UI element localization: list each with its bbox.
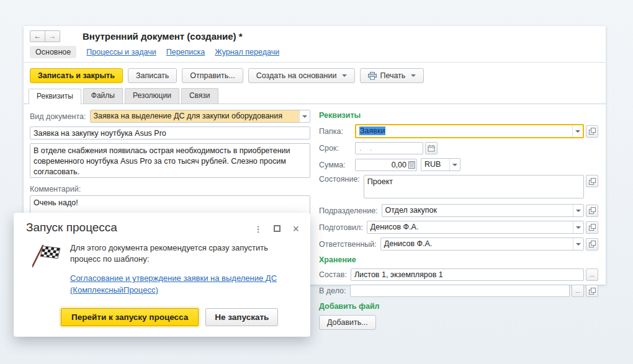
- history-nav: ← →: [30, 30, 60, 42]
- dialog-body: Для этого документа рекомендуется сразу …: [14, 234, 310, 296]
- chevron-down-icon[interactable]: [573, 205, 583, 216]
- section-requisites-header: Реквизиты: [319, 111, 598, 120]
- prepared-by-combobox[interactable]: Денисов Ф.А.: [367, 221, 584, 234]
- calendar-icon: [428, 144, 435, 152]
- doc-kind-value: Заявка на выделение ДС для закупки обору…: [91, 110, 299, 122]
- dialog-title: Запуск процесса: [26, 221, 254, 234]
- go-to-process-start-button[interactable]: Перейти к запуску процесса: [61, 308, 199, 326]
- open-item-icon: [589, 128, 596, 135]
- page-title: Внутренний документ (создание) *: [83, 31, 243, 42]
- document-tabs: Реквизиты Файлы Резолюции Связи: [24, 88, 606, 104]
- tab-links[interactable]: Связи: [181, 88, 218, 104]
- dialog-message-block: Для этого документа рекомендуется сразу …: [70, 242, 295, 296]
- sum-label: Сумма:: [319, 161, 351, 169]
- chevron-down-icon[interactable]: [299, 110, 310, 122]
- send-button[interactable]: Отправить...: [182, 68, 243, 83]
- folder-label: Папка:: [319, 127, 351, 136]
- sum-value: 0,00: [359, 161, 408, 169]
- responsible-combobox[interactable]: Денисов Ф.А.: [380, 237, 584, 251]
- state-field[interactable]: Проект: [364, 175, 584, 198]
- command-bar: Записать и закрыть Записать Отправить...…: [24, 63, 606, 88]
- open-item-icon: [589, 178, 596, 185]
- doc-kind-combobox[interactable]: Заявка на выделение ДС для закупки обору…: [90, 110, 310, 123]
- chevron-down-icon[interactable]: [573, 221, 583, 233]
- case-select-button[interactable]: ...: [572, 285, 584, 297]
- composition-select-button[interactable]: ...: [586, 269, 598, 281]
- composition-label: Состав:: [319, 270, 347, 279]
- create-based-on-label: Создать на основании: [256, 71, 337, 80]
- open-item-icon: [589, 207, 596, 214]
- dialog-buttons: Перейти к запуску процесса Не запускать: [61, 308, 278, 326]
- chevron-down-icon[interactable]: [572, 125, 583, 137]
- state-label: Состояние:: [319, 175, 360, 184]
- responsible-label: Ответственный:: [319, 240, 377, 249]
- case-field[interactable]: [350, 285, 570, 297]
- tab-processes-tasks[interactable]: Процессы и задачи: [86, 48, 156, 56]
- department-open-button[interactable]: [586, 205, 598, 217]
- sum-input[interactable]: 0,00: [355, 159, 417, 171]
- department-value: Отдел закупок: [382, 205, 573, 216]
- print-button[interactable]: Печать: [360, 68, 424, 83]
- section-storage-header: Хранение: [319, 255, 598, 264]
- do-not-start-button[interactable]: Не запускать: [205, 308, 278, 326]
- comment-label: Комментарий:: [30, 185, 310, 193]
- folder-combobox[interactable]: Заявки: [355, 124, 584, 138]
- case-open-button[interactable]: [586, 285, 598, 297]
- tab-requisites[interactable]: Реквизиты: [29, 89, 81, 104]
- calendar-button[interactable]: [425, 142, 438, 154]
- dialog-header: Запуск процесса ⋮ ×: [14, 213, 310, 234]
- checkered-flag-icon: [32, 242, 61, 296]
- create-based-on-button[interactable]: Создать на основании: [248, 68, 356, 83]
- process-start-dialog: Запуск процесса ⋮ ×: [14, 213, 310, 337]
- right-column: Реквизиты Папка: Заявки Ср: [310, 110, 598, 330]
- doc-kind-label: Вид документа:: [30, 112, 86, 121]
- printer-icon: [368, 72, 377, 80]
- calculator-icon[interactable]: [408, 161, 415, 169]
- chevron-down-icon[interactable]: [573, 238, 583, 250]
- form-titlebar: ← → Внутренний документ (создание) *: [24, 26, 606, 44]
- department-combobox[interactable]: Отдел закупок: [382, 204, 584, 217]
- document-description-textarea[interactable]: В отделе снабжения появилась острая необ…: [30, 143, 310, 178]
- print-label: Печать: [380, 71, 405, 80]
- more-options-icon[interactable]: ⋮: [254, 225, 262, 233]
- tab-main[interactable]: Основное: [30, 46, 76, 58]
- maximize-icon[interactable]: [274, 224, 281, 234]
- tab-transfer-log[interactable]: Журнал передачи: [215, 48, 279, 56]
- chevron-down-icon[interactable]: [449, 159, 460, 171]
- prepared-by-open-button[interactable]: [586, 221, 598, 234]
- department-label: Подразделение:: [319, 206, 378, 215]
- responsible-value: Денисов Ф.А.: [381, 238, 573, 250]
- chevron-down-icon: [411, 74, 416, 77]
- case-label: В дело:: [319, 286, 346, 295]
- prepared-by-value: Денисов Ф.А.: [367, 221, 573, 233]
- process-template-link[interactable]: Согласование и утверждение заявки на выд…: [70, 273, 295, 295]
- dialog-message: Для этого документа рекомендуется сразу …: [70, 242, 295, 265]
- close-icon[interactable]: ×: [292, 223, 299, 234]
- open-item-icon: [589, 241, 596, 247]
- open-item-icon: [589, 288, 596, 295]
- due-date-label: Срок:: [319, 144, 351, 153]
- currency-value: RUB: [421, 159, 449, 171]
- chevron-down-icon: [342, 74, 347, 77]
- add-file-button[interactable]: Добавить...: [319, 315, 376, 330]
- nav-tabs: Основное Процессы и задачи Переписка Жур…: [24, 44, 606, 63]
- folder-open-button[interactable]: [586, 125, 598, 138]
- prepared-by-label: Подготовил:: [319, 223, 363, 232]
- due-date-input[interactable]: . .: [355, 142, 423, 154]
- save-and-close-button[interactable]: Записать и закрыть: [30, 68, 123, 83]
- tab-resolutions[interactable]: Резолюции: [125, 88, 179, 104]
- composition-field[interactable]: Листов 1, экземпляров 1: [351, 269, 584, 281]
- tab-correspondence[interactable]: Переписка: [166, 48, 205, 56]
- currency-combobox[interactable]: RUB: [421, 158, 460, 171]
- desktop-background: ← → Внутренний документ (создание) * Осн…: [0, 0, 633, 364]
- folder-value: Заявки: [359, 127, 385, 135]
- tab-files[interactable]: Файлы: [83, 88, 123, 104]
- forward-button[interactable]: →: [45, 30, 60, 42]
- state-open-button[interactable]: [586, 175, 598, 187]
- back-button[interactable]: ←: [30, 30, 45, 42]
- open-item-icon: [589, 224, 596, 231]
- section-add-file-header: Добавить файл: [319, 302, 598, 311]
- responsible-open-button[interactable]: [586, 238, 598, 251]
- save-button[interactable]: Записать: [128, 68, 177, 83]
- document-title-input[interactable]: [30, 127, 310, 140]
